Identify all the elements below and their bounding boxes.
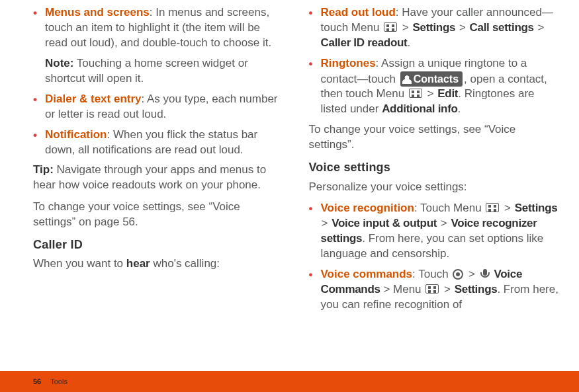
text-a: When you want to xyxy=(33,257,126,270)
gt-sep: > xyxy=(537,21,544,34)
bullet-icon: • xyxy=(309,268,313,283)
gt-sep: > xyxy=(468,268,475,280)
footer-section: Tools xyxy=(50,377,67,387)
edit-label: Edit xyxy=(437,87,458,100)
caller-id-heading: Caller ID xyxy=(33,237,284,253)
page-footer: 56 Tools xyxy=(0,371,579,392)
note-label: Note: xyxy=(45,57,73,69)
voice-settings-heading: Voice settings xyxy=(309,159,560,175)
launcher-icon xyxy=(453,269,463,280)
voice-input-output-label: Voice input & output xyxy=(332,217,437,229)
settings-label: Settings xyxy=(515,202,558,214)
contacts-label: Contacts xyxy=(414,72,459,87)
bullet-voice-recognition: • Voice recognition: Touch Menu > Settin… xyxy=(309,201,560,262)
text-mid: > Menu xyxy=(380,283,425,295)
note-body: Touching a home screen widget or shortcu… xyxy=(45,57,248,85)
caller-id-readout-label: Caller ID readout xyxy=(321,36,408,49)
item-title: Read out loud xyxy=(321,6,396,19)
settings-label: Settings xyxy=(455,283,498,295)
bullet-dialer: • Dialer & text entry: As you type, each… xyxy=(33,92,284,122)
gt-sep: > xyxy=(444,283,451,295)
item-title: Ringtones xyxy=(321,57,376,69)
item-title: Menus and screens xyxy=(45,6,150,19)
settings-label: Settings xyxy=(412,21,455,34)
gt-sep: > xyxy=(322,217,328,229)
voice-mic-icon xyxy=(480,268,490,279)
hear-bold: hear xyxy=(126,257,150,270)
left-column: • Menus and screens: In menus and screen… xyxy=(33,5,284,318)
bullet-icon: • xyxy=(33,128,37,143)
menu-icon xyxy=(486,203,499,212)
bullet-icon: • xyxy=(309,202,313,217)
bullet-notification: • Notification: When you flick the statu… xyxy=(33,128,284,158)
menu-icon xyxy=(409,89,422,98)
menu-icon xyxy=(384,22,397,32)
period: . xyxy=(458,102,461,115)
bullet-read-out-loud: • Read out loud: Have your caller announ… xyxy=(309,5,560,51)
call-settings-label: Call settings xyxy=(470,21,534,34)
change-settings-text: To change your voice settings, see “Voic… xyxy=(33,200,284,230)
text-pre: : Touch Menu xyxy=(414,202,484,214)
contacts-badge-icon: Contacts xyxy=(400,71,463,87)
item-title: Voice recognition xyxy=(321,202,414,214)
menu-icon xyxy=(425,284,439,294)
bullet-icon: • xyxy=(33,93,37,108)
text-b: who's calling: xyxy=(150,257,220,270)
gt-sep: > xyxy=(441,217,447,229)
text-pre: : Touch xyxy=(412,268,451,280)
tip-block: Tip: Navigate through your apps and menu… xyxy=(33,163,284,193)
right-column: • Read out loud: Have your caller announ… xyxy=(309,5,560,318)
bullet-voice-commands: • Voice commands: Touch > Voice Commands… xyxy=(309,267,560,313)
tip-body: Navigate through your apps and menus to … xyxy=(33,163,266,191)
item-title: Voice commands xyxy=(321,268,413,280)
bullet-icon: • xyxy=(33,6,37,21)
gt-sep: > xyxy=(402,21,409,34)
bullet-icon: • xyxy=(309,57,313,72)
tip-label: Tip: xyxy=(33,163,54,176)
gt-sep: > xyxy=(459,21,466,34)
change-settings-text-right: To change your voice settings, see “Voic… xyxy=(309,122,560,153)
person-icon xyxy=(402,75,412,84)
page-number: 56 xyxy=(33,377,41,387)
bullet-icon: • xyxy=(309,6,313,21)
bullet-menus-screens: • Menus and screens: In menus and screen… xyxy=(33,5,284,51)
gt-sep: > xyxy=(427,87,434,100)
bullet-ringtones: • Ringtones: Assign a unique ringtone to… xyxy=(309,56,560,118)
item-title: Notification xyxy=(45,128,107,141)
period: . xyxy=(407,36,410,49)
gt-sep: > xyxy=(504,202,511,214)
note-block: Note: Touching a home screen widget or s… xyxy=(33,56,284,87)
item-title: Dialer & text entry xyxy=(45,93,142,105)
additional-info-label: Additional info xyxy=(382,102,457,115)
caller-intro: When you want to hear who's calling: xyxy=(33,256,284,272)
voice-intro: Personalize your voice settings: xyxy=(309,180,560,195)
